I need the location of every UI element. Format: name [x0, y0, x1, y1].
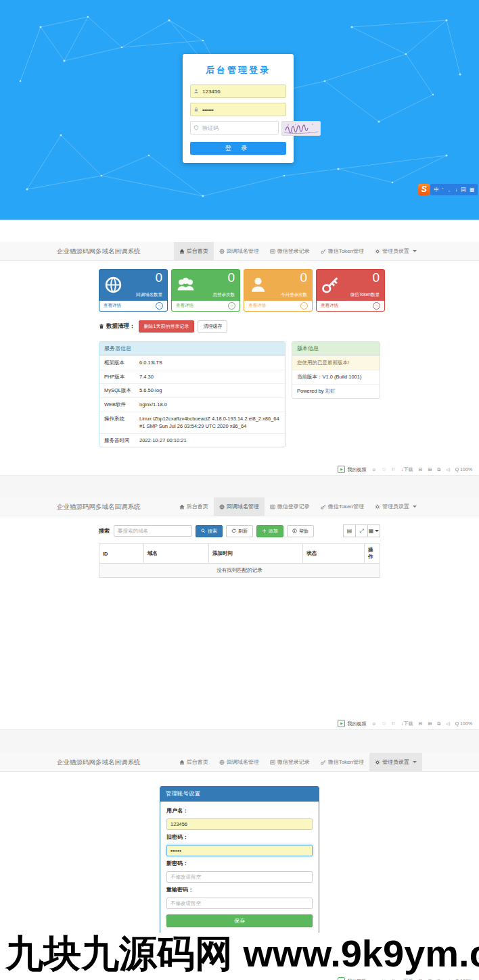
search-button[interactable]: 搜索	[196, 525, 223, 537]
clear-cache-button[interactable]: 清理缓存	[198, 320, 227, 333]
nav-label: 微信登录记录	[277, 247, 310, 255]
column-header-time[interactable]: 添加时间	[209, 544, 303, 564]
chevron-down-icon	[413, 761, 417, 763]
nav-item-domains[interactable]: 回调域名管理	[214, 497, 265, 516]
confirm-password-label: 重输密码：	[166, 886, 313, 893]
ime-mode-icon[interactable]: 中	[434, 184, 439, 195]
ime-punct-icon[interactable]: '	[442, 184, 443, 195]
copy-icon[interactable]: ⧉	[437, 467, 440, 472]
ime-wubi-icon[interactable]: 回	[461, 184, 466, 195]
login-title: 后台管理登录	[183, 64, 294, 76]
nav-item-domains[interactable]: 回调域名管理	[214, 753, 265, 771]
help-button[interactable]: 帮助	[287, 525, 314, 537]
captcha-input[interactable]	[201, 125, 278, 131]
brand[interactable]: 企业猫源码网多域名回调系统	[57, 242, 141, 260]
nav-item-wechat-logins[interactable]: 微信登录记录	[265, 753, 315, 771]
view-details-link[interactable]: 查看详情 →	[172, 301, 240, 311]
ime-mic-icon[interactable]: ↓	[455, 184, 458, 195]
stat-value: 0	[155, 270, 162, 285]
stat-card-total-logins: 0 总登录次数 查看详情 →	[171, 269, 240, 312]
view-details-link[interactable]: 查看详情 →	[317, 301, 384, 311]
username-input[interactable]	[201, 89, 286, 95]
nav-item-domains[interactable]: 回调域名管理	[214, 242, 265, 260]
my-video-button[interactable]: ▶ 我的视频	[338, 977, 366, 980]
view-details-link[interactable]: 查看详情 →	[244, 301, 312, 311]
sogou-logo-icon[interactable]: S	[418, 184, 430, 195]
nav-item-token[interactable]: 微信Token管理	[315, 497, 369, 516]
columns-button[interactable]: ▦	[367, 524, 380, 537]
new-password-field[interactable]	[166, 871, 313, 883]
print-icon[interactable]: ⊟	[419, 467, 423, 472]
window-icon[interactable]: ⊞	[428, 721, 432, 727]
input-method-toolbar[interactable]: S 中 ' ， ↓ 回 ▦	[418, 184, 478, 195]
brand[interactable]: 企业猫源码网多域名回调系统	[57, 497, 141, 516]
add-button[interactable]: 添加	[256, 525, 283, 537]
dashboard-content: 0 回调域名数量 查看详情 → 0 总登录次数 查看详情 → 0 今	[99, 261, 380, 464]
nav-item-admin-settings[interactable]: 管理员设置	[369, 753, 422, 771]
nav-item-wechat-logins[interactable]: 微信登录记录	[265, 242, 315, 260]
heart-icon[interactable]: ♡	[382, 467, 386, 472]
user-icon	[249, 276, 267, 294]
nav-item-home[interactable]: 后台首页	[174, 242, 214, 260]
search-label: 搜索	[99, 527, 110, 535]
password-field-wrap	[190, 103, 286, 116]
confirm-password-field[interactable]	[166, 898, 313, 909]
nav-item-token[interactable]: 微信Token管理	[315, 242, 369, 260]
window-icon[interactable]: ⊞	[428, 467, 432, 472]
save-button[interactable]: 保存	[166, 914, 313, 927]
nav-item-home[interactable]: 后台首页	[174, 753, 214, 771]
server-info-panel: 服务器信息 框架版本 6.0.13LTS PHP版本 7.4.30 MySQL版…	[99, 341, 286, 447]
download-button[interactable]: ↓下载	[401, 720, 413, 727]
powered-by-link[interactable]: 彩虹	[325, 388, 336, 394]
smiley-icon[interactable]: ☺	[371, 467, 376, 472]
my-video-button[interactable]: ▶ 我的视频	[338, 720, 366, 727]
toggle-pagination-button[interactable]: ▤	[343, 524, 356, 537]
nav-item-admin-settings[interactable]: 管理员设置	[369, 242, 422, 260]
user-icon	[191, 89, 201, 94]
nav-item-wechat-logins[interactable]: 微信登录记录	[265, 497, 315, 516]
search-input[interactable]	[114, 525, 192, 537]
nav-label: 回调域名管理	[227, 503, 259, 510]
flag-icon[interactable]: ⚐	[392, 467, 396, 472]
delete-old-logins-button[interactable]: 删除1天前的登录记录	[139, 320, 195, 333]
speaker-icon[interactable]: ◁	[446, 467, 449, 472]
zoom-level[interactable]: Q 100%	[455, 467, 472, 472]
section-gap	[0, 729, 479, 753]
column-header-id[interactable]: ID	[99, 544, 144, 564]
smiley-icon[interactable]: ☺	[371, 721, 376, 726]
nav-item-token[interactable]: 微信Token管理	[315, 753, 369, 771]
username-label: 用户名：	[166, 807, 313, 814]
ime-keyboard-icon[interactable]: ▦	[470, 184, 474, 195]
heart-icon[interactable]: ♡	[382, 721, 386, 727]
download-button[interactable]: ↓下载	[401, 466, 413, 473]
gear-icon	[375, 249, 380, 254]
copy-icon[interactable]: ⧉	[437, 721, 440, 727]
nav-item-admin-settings[interactable]: 管理员设置	[369, 497, 422, 516]
username-field[interactable]	[166, 818, 313, 830]
fullscreen-button[interactable]: ⤢	[356, 524, 367, 537]
section-gap	[0, 475, 479, 497]
nav-item-home[interactable]: 后台首页	[174, 497, 214, 516]
zoom-level[interactable]: Q 100%	[455, 721, 472, 726]
old-password-label: 旧密码：	[166, 833, 313, 841]
list-icon	[270, 504, 275, 510]
column-header-actions[interactable]: 操作	[365, 544, 380, 564]
column-header-domain[interactable]: 域名	[144, 544, 209, 564]
stat-label: 微信Token数量	[350, 292, 380, 298]
flag-icon[interactable]: ⚐	[392, 721, 396, 727]
view-details-link[interactable]: 查看详情 →	[99, 301, 167, 311]
speaker-icon[interactable]: ◁	[446, 721, 449, 727]
column-header-status[interactable]: 状态	[303, 544, 365, 564]
ime-comma-icon[interactable]: ，	[447, 184, 452, 195]
captcha-image[interactable]	[281, 121, 321, 136]
my-video-button[interactable]: ▶ 我的视频	[338, 466, 366, 473]
old-password-field[interactable]	[166, 845, 313, 856]
refresh-button[interactable]: 刷新	[226, 525, 253, 537]
password-input[interactable]	[201, 107, 286, 113]
brand[interactable]: 企业猫源码网多域名回调系统	[57, 753, 141, 771]
domains-table: ID 域名 添加时间 状态 操作 没有找到匹配的记录	[99, 543, 380, 578]
stat-card-today-logins: 0 今日登录次数 查看详情 →	[244, 269, 313, 312]
download-button[interactable]: ↓下载	[401, 978, 413, 980]
print-icon[interactable]: ⊟	[419, 721, 423, 727]
login-button[interactable]: 登 录	[190, 142, 286, 155]
